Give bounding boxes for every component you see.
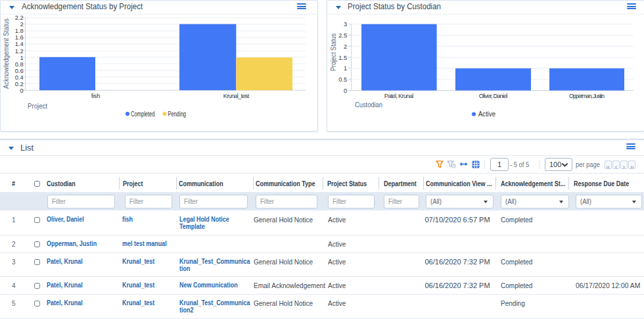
- svg-text:1.8: 1.8: [15, 28, 24, 34]
- svg-text:1.5: 1.5: [338, 55, 347, 61]
- svg-text:0.8: 0.8: [15, 61, 24, 68]
- svg-text:0: 0: [344, 87, 347, 94]
- svg-text:Custodian: Custodian: [355, 101, 382, 109]
- svg-text:0.2: 0.2: [15, 81, 24, 87]
- svg-text:1.2: 1.2: [15, 48, 24, 55]
- svg-text:Krunal_test: Krunal_test: [223, 93, 250, 99]
- svg-text:Completed: Completed: [131, 110, 155, 118]
- svg-text:0.5: 0.5: [338, 76, 347, 83]
- svg-text:fish: fish: [91, 93, 101, 99]
- svg-text:1.4: 1.4: [15, 41, 24, 47]
- svg-text:1: 1: [344, 65, 347, 72]
- svg-text:3: 3: [344, 21, 347, 28]
- svg-text:Project: Project: [28, 102, 48, 110]
- svg-text:Patel, Krunal: Patel, Krunal: [384, 93, 414, 99]
- svg-text:1: 1: [20, 55, 23, 61]
- svg-text:2: 2: [20, 21, 23, 28]
- svg-text:2.5: 2.5: [338, 32, 347, 39]
- svg-text:Opperman, Justin: Opperman, Justin: [569, 93, 605, 99]
- svg-text:Pending: Pending: [168, 110, 187, 118]
- svg-text:Active: Active: [478, 110, 495, 118]
- svg-text:1.6: 1.6: [15, 34, 24, 41]
- svg-text:2: 2: [344, 43, 347, 50]
- svg-text:0.6: 0.6: [15, 68, 24, 74]
- svg-text:0: 0: [20, 87, 23, 94]
- svg-text:Oliver, Daniel: Oliver, Daniel: [479, 93, 508, 99]
- svg-text:0.4: 0.4: [15, 74, 24, 81]
- svg-text:Acknowledgement Status: Acknowledgement Status: [2, 18, 10, 89]
- svg-text:Project Status: Project Status: [329, 34, 337, 71]
- svg-text:2.2: 2.2: [15, 14, 24, 21]
